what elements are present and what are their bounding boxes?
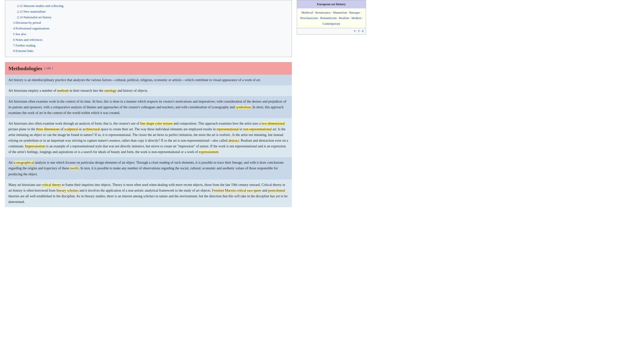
paragraph-p5: An iconographical analysis is one which … [5, 157, 292, 179]
toc-item-toc-4[interactable]: 4 Professional organizations [9, 26, 288, 32]
wiki-link-critical-theory[interactable]: critical theory [42, 183, 61, 187]
sidebar-box-footer: V · T · E [297, 28, 366, 34]
text-span: Art historians employ a number of [8, 89, 57, 92]
paragraph-p4: Art historians also often examine work t… [5, 118, 292, 158]
sidebar-box-title: European art history [297, 0, 366, 8]
wiki-link-queer[interactable]: queer [254, 189, 262, 192]
text-span: and composition. This approach examines … [172, 122, 262, 125]
toc-item-toc-6[interactable]: 6 Notes and references [9, 37, 288, 43]
sidebar: European art history Medieval · Renaissa… [297, 0, 366, 207]
wiki-link-critical-race[interactable]: critical race [237, 189, 253, 192]
vte-e[interactable]: E [362, 30, 364, 33]
toc-list: 2.12 Museum studies and collecting2.13 N… [9, 3, 288, 54]
toc-item-toc-5[interactable]: 5 See also [9, 32, 288, 37]
wiki-link-symbolism[interactable]: symbolism [236, 105, 250, 109]
wiki-link-two-dimensional[interactable]: two-dimensional [262, 122, 285, 126]
text-span: and history of objects. [116, 89, 148, 92]
wiki-link-architectural[interactable]: architectural [82, 127, 100, 131]
text-span: or [239, 127, 243, 131]
text-span: Art history is an interdisciplinary prac… [8, 78, 261, 82]
vte-t[interactable]: T [358, 30, 360, 33]
paragraph-p6: Many art historians use critical theory … [5, 180, 292, 207]
toc-item-toc-2-13[interactable]: 2.13 New materialism [9, 9, 288, 14]
italic-text: realistic [219, 133, 230, 137]
text-span: An [8, 161, 14, 164]
medieval-link[interactable]: Medieval [302, 11, 313, 14]
text-span: and [262, 189, 268, 192]
wiki-link-line[interactable]: line [140, 122, 146, 126]
wiki-link-methods[interactable]: methods [57, 89, 69, 93]
wiki-link-iconographical[interactable]: iconographical [14, 161, 34, 165]
toc-item-toc-3[interactable]: 3 Divisions by period [9, 20, 288, 26]
text-span: theories are all well established in the… [8, 194, 288, 204]
text-span: is an example of a representational styl… [8, 144, 286, 154]
modern-link[interactable]: Modern [352, 16, 361, 20]
section-header: Methodologies [ edit ] [5, 62, 292, 75]
wiki-link-literary-scholars[interactable]: literary scholars [56, 189, 79, 192]
wiki-link-marxist[interactable]: Marxist [225, 189, 236, 192]
toc-item-toc-2-14[interactable]: 2.14 Nationalist art history [9, 14, 288, 20]
main-content: 2.12 Museum studies and collecting2.13 N… [5, 0, 292, 207]
section-title: Methodologies [8, 64, 42, 73]
toc-item-toc-2-12[interactable]: 2.12 Museum studies and collecting [9, 3, 288, 9]
text-span: Art historians also often examine work t… [8, 122, 140, 125]
table-of-contents: 2.12 Museum studies and collecting2.13 N… [5, 0, 292, 57]
european-art-history-box: European art history Medieval · Renaissa… [297, 0, 366, 34]
wiki-link-sculptural[interactable]: sculptural [64, 127, 78, 131]
renaissance-link[interactable]: Renaissance [315, 11, 331, 14]
wiki-link-three-dimensions[interactable]: three dimensions [36, 127, 60, 131]
text-span: and it involves the application of a non… [78, 189, 212, 192]
wiki-link-non-representational[interactable]: non-representational [243, 127, 272, 131]
wiki-link-feminist[interactable]: Feminist [212, 189, 224, 192]
edit-link[interactable]: [ edit ] [44, 66, 53, 71]
wiki-link-ontology[interactable]: ontology [104, 89, 116, 93]
wiki-link-color[interactable]: color [155, 122, 162, 126]
text-span: space to create their art. The way these… [100, 127, 217, 131]
paragraph-p2: Art historians employ a number of method… [5, 85, 292, 96]
text-span: of [60, 127, 64, 131]
realism-link[interactable]: Realism [339, 16, 349, 20]
text-span: Many art historians use [8, 183, 42, 187]
text-span: picture plane or the [8, 127, 36, 131]
paragraphs-container: Art history is an interdisciplinary prac… [5, 75, 292, 207]
vte-v[interactable]: V [354, 30, 356, 33]
text-span: in their research into the [69, 89, 104, 92]
wiki-link-texture[interactable]: texture [163, 122, 172, 126]
wiki-link-expressionism[interactable]: expressionism [199, 150, 218, 154]
wiki-link-shape[interactable]: shape [146, 122, 154, 126]
baroque-link[interactable]: Baroque [350, 11, 360, 14]
romanticism-link[interactable]: Romanticism [320, 16, 337, 20]
wiki-link-motifs[interactable]: motifs [70, 166, 79, 170]
wiki-link-abstract[interactable]: abstract [228, 139, 239, 143]
contemporary-link[interactable]: Contemporary [322, 22, 340, 26]
mannerism-link[interactable]: Mannerism [333, 11, 347, 14]
wiki-link-representational[interactable]: representational [216, 127, 238, 131]
paragraph-p3: Art historians often examine work in the… [5, 96, 292, 118]
toc-item-toc-7[interactable]: 7 Further reading [9, 43, 288, 48]
wiki-link-impressionism[interactable]: Impressionism [25, 144, 45, 148]
wiki-link-postcolonial[interactable]: postcolonial [268, 189, 285, 192]
toc-item-toc-8[interactable]: 8 External links [9, 48, 288, 54]
text-span: or [78, 127, 82, 131]
paragraph-p1: Art history is an interdisciplinary prac… [5, 75, 292, 85]
neoclassicism-link[interactable]: Neoclassicism [300, 16, 318, 20]
sidebar-box-links: Medieval · Renaissance · Mannerism · Bar… [297, 8, 366, 28]
